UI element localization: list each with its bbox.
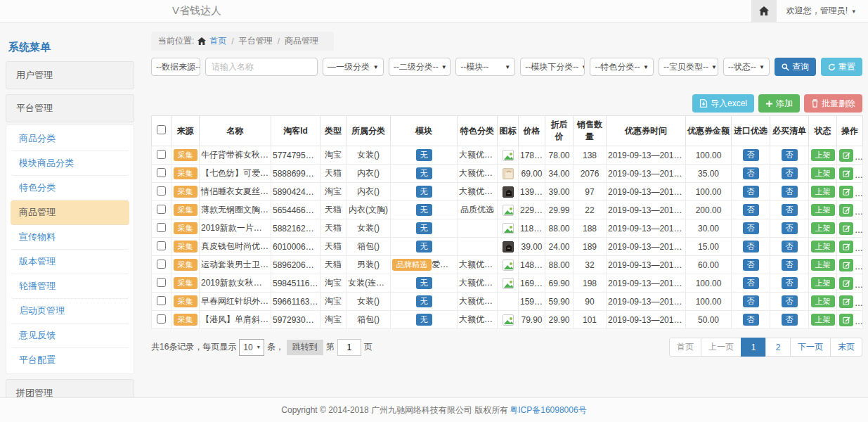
pager-first-page[interactable]: 首页 [669,338,701,357]
filter-select-module[interactable]: --模块--▼ [455,58,515,76]
import-select-toggle[interactable]: 否 [743,186,759,198]
sidebar-subitem-splash-management[interactable]: 启动页管理 [11,299,129,324]
user-menu[interactable]: 欢迎您，管理员! ▾ [786,5,855,17]
sidebar-subitem-carousel-management[interactable]: 轮播管理 [11,274,129,299]
status-toggle[interactable]: 上架 [811,277,835,289]
must-buy-toggle[interactable]: 否 [782,149,798,161]
chevron-down-icon: ▼ [441,64,447,70]
must-buy-toggle[interactable]: 否 [782,295,798,307]
edit-button[interactable] [839,167,853,180]
row-checkbox[interactable] [157,314,166,324]
must-buy-toggle[interactable]: 否 [782,222,798,234]
row-checkbox[interactable] [157,241,166,250]
status-toggle[interactable]: 上架 [811,186,835,198]
per-page-select[interactable]: 10 ▾ [239,339,264,356]
jump-button[interactable]: 跳转到 [287,340,323,355]
import-select-toggle[interactable]: 否 [743,149,759,161]
edit-button[interactable] [839,277,853,290]
status-toggle[interactable]: 上架 [811,295,835,307]
row-checkbox[interactable] [157,278,166,287]
import-select-toggle[interactable]: 否 [743,277,759,289]
edit-button[interactable] [839,295,853,308]
pager-prev-page[interactable]: 上一页 [701,338,741,357]
product-image [503,260,514,271]
edit-button[interactable] [839,314,853,326]
source-badge: 采集 [174,277,197,289]
import-select-toggle[interactable]: 否 [743,314,759,326]
row-checkbox[interactable] [157,168,166,177]
reset-button[interactable]: 重置 [821,58,862,76]
sidebar-item-user-management[interactable]: 用户管理 [6,61,134,89]
import-select-cell: 否 [732,219,770,238]
pager-page-1[interactable]: 1 [741,338,766,357]
row-checkbox[interactable] [157,223,166,232]
row-checkbox[interactable] [157,296,166,305]
search-button[interactable]: 查询 [775,58,816,76]
icp-link[interactable]: 粤ICP备16098006号 [510,404,586,416]
sales-count-cell: 32 [574,256,607,274]
row-checkbox[interactable] [157,260,166,269]
status-toggle[interactable]: 上架 [811,259,835,271]
must-buy-toggle[interactable]: 否 [782,241,798,252]
must-buy-toggle[interactable]: 否 [782,314,798,326]
filter-select-feature-category[interactable]: --特色分类--▼ [590,58,653,76]
select-all-checkbox[interactable] [157,125,166,134]
import-icon [699,99,708,108]
must-buy-toggle[interactable]: 否 [782,186,798,198]
sidebar-subitem-promo-material[interactable]: 宣传物料 [11,225,129,250]
filter-select-module-sub-category[interactable]: --模块下分类--▼ [520,58,585,76]
row-checkbox[interactable] [157,186,166,196]
import-select-toggle[interactable]: 否 [743,295,759,307]
edit-button[interactable] [839,149,853,162]
edit-button[interactable] [839,186,853,198]
must-buy-toggle[interactable]: 否 [782,259,798,271]
breadcrumb: 当前位置: 首页 / 平台管理 / 商品管理 [151,32,334,51]
breadcrumb-home-link[interactable]: 首页 [209,35,226,47]
sidebar-subitem-goods-management[interactable]: 商品管理 [11,200,129,225]
add-button[interactable]: 添加 [758,94,800,113]
status-toggle[interactable]: 上架 [811,241,835,252]
pager-page-2[interactable]: 2 [765,338,791,357]
status-toggle[interactable]: 上架 [811,149,835,161]
import-excel-button[interactable]: 导入excel [692,94,754,113]
must-buy-toggle[interactable]: 否 [782,204,798,216]
filter-select-level2-category[interactable]: --二级分类--▼ [389,58,451,76]
sidebar-item-platform-management[interactable]: 平台管理 [6,94,134,122]
edit-button[interactable] [839,204,853,217]
row-checkbox[interactable] [157,205,166,214]
status-toggle[interactable]: 上架 [811,314,835,326]
jump-page-input[interactable] [337,339,361,356]
status-toggle[interactable]: 上架 [811,167,835,179]
chevron-down-icon: ▼ [373,64,379,70]
filter-select-status[interactable]: --状态--▼ [723,58,770,76]
import-select-toggle[interactable]: 否 [743,241,759,252]
must-buy-toggle[interactable]: 否 [782,277,798,289]
import-select-toggle[interactable]: 否 [743,259,759,271]
home-button[interactable] [751,0,777,22]
import-select-toggle[interactable]: 否 [743,204,759,216]
sidebar-subitem-feedback[interactable]: 意见反馈 [11,324,129,348]
status-toggle[interactable]: 上架 [811,222,835,234]
breadcrumb-item-platform: 平台管理 [239,35,273,47]
filter-select-item-type[interactable]: --宝贝类型--▼ [659,58,718,76]
sidebar-subitem-module-goods-category[interactable]: 模块商品分类 [11,151,129,176]
edit-button[interactable] [839,222,853,235]
import-select-toggle[interactable]: 否 [743,222,759,234]
name-search-input[interactable] [205,58,318,76]
pager-next-page[interactable]: 下一页 [790,338,831,357]
edit-button[interactable] [839,241,853,253]
pager-last-page[interactable]: 末页 [830,338,862,357]
batch-delete-button[interactable]: 批量删除 [804,94,862,113]
import-select-toggle[interactable]: 否 [743,167,759,179]
sidebar-subitem-goods-category[interactable]: 商品分类 [11,127,129,151]
row-checkbox[interactable] [157,150,166,159]
filter-select-data-source[interactable]: --数据来源--▼ [151,58,200,76]
sidebar-subitem-version-management[interactable]: 版本管理 [11,250,129,274]
sidebar-subitem-platform-config[interactable]: 平台配置 [11,348,129,372]
sidebar-subitem-feature-category[interactable]: 特色分类 [11,176,129,200]
must-buy-toggle[interactable]: 否 [782,167,798,179]
admin-page: V省钱达人 欢迎您，管理员! ▾ 系统菜单 用户管理平台管理 商品分类模块商品分… [0,0,868,422]
status-toggle[interactable]: 上架 [811,204,835,216]
filter-select-level1-category[interactable]: —一级分类▼ [323,58,384,76]
edit-button[interactable] [839,259,853,271]
